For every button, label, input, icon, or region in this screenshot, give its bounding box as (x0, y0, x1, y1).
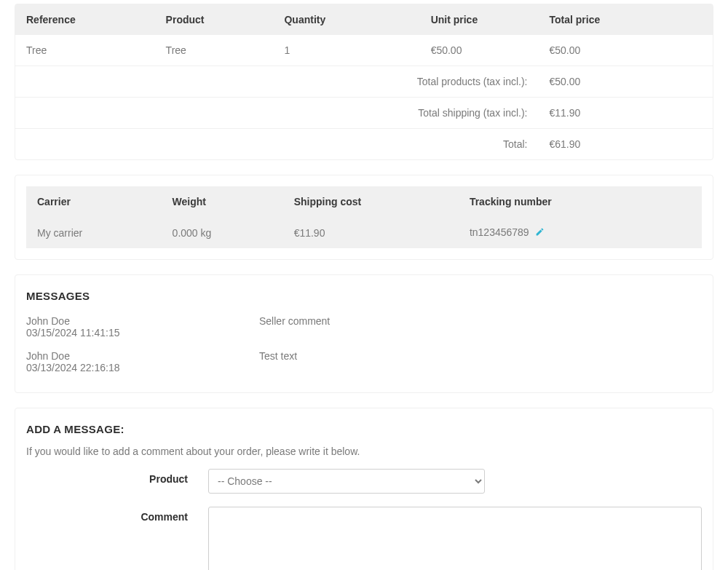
summary-label: Total products (tax incl.): (15, 66, 538, 98)
summary-value: €61.90 (538, 129, 713, 160)
table-row: Tree Tree 1 €50.00 €50.00 (15, 35, 713, 66)
add-message-hint: If you would like to add a comment about… (26, 443, 702, 469)
th-product: Product (155, 4, 274, 35)
message-text: Test text (259, 350, 702, 373)
pencil-icon[interactable] (535, 227, 545, 239)
th-reference: Reference (15, 4, 155, 35)
comment-label: Comment (26, 507, 208, 523)
summary-row-products: Total products (tax incl.): €50.00 (15, 66, 713, 98)
cell-product: Tree (155, 35, 274, 66)
add-message-card: ADD A MESSAGE: If you would like to add … (15, 408, 713, 570)
shipping-table: Carrier Weight Shipping cost Tracking nu… (26, 186, 702, 248)
products-table: Reference Product Quantity Unit price To… (15, 4, 713, 159)
summary-label: Total: (15, 129, 538, 160)
th-tracking: Tracking number (459, 186, 702, 217)
message-timestamp: 03/13/2024 22:16:18 (26, 362, 259, 373)
shipping-card: Carrier Weight Shipping cost Tracking nu… (15, 175, 713, 260)
cell-shipping-cost: €11.90 (283, 217, 459, 248)
message-author: John Doe (26, 350, 259, 362)
message-item: John Doe 03/15/2024 11:41:15 Seller comm… (26, 309, 702, 344)
th-quantity: Quantity (273, 4, 419, 35)
summary-value: €50.00 (538, 66, 713, 98)
summary-label: Total shipping (tax incl.): (15, 98, 538, 129)
table-row: My carrier 0.000 kg €11.90 tn123456789 (26, 217, 702, 248)
comment-textarea[interactable] (208, 507, 702, 570)
th-shipping-cost: Shipping cost (283, 186, 459, 217)
order-products-card: Reference Product Quantity Unit price To… (15, 4, 713, 160)
form-row-product: Product -- Choose -- (26, 469, 702, 494)
product-select[interactable]: -- Choose -- (208, 469, 485, 494)
th-carrier: Carrier (26, 186, 162, 217)
cell-total-price: €50.00 (538, 35, 713, 66)
message-timestamp: 03/15/2024 11:41:15 (26, 327, 259, 339)
cell-tracking: tn123456789 (459, 217, 702, 248)
th-weight: Weight (162, 186, 283, 217)
form-row-comment: Comment (26, 507, 702, 570)
cell-carrier: My carrier (26, 217, 162, 248)
message-item: John Doe 03/13/2024 22:16:18 Test text (26, 344, 702, 379)
th-total-price: Total price (538, 4, 713, 35)
th-unit-price: Unit price (420, 4, 539, 35)
cell-quantity: 1 (273, 35, 419, 66)
messages-card: MESSAGES John Doe 03/15/2024 11:41:15 Se… (15, 274, 713, 393)
summary-row-total: Total: €61.90 (15, 129, 713, 160)
cell-reference: Tree (15, 35, 155, 66)
messages-title: MESSAGES (26, 278, 702, 309)
message-text: Seller comment (259, 315, 702, 339)
product-label: Product (26, 469, 208, 485)
summary-value: €11.90 (538, 98, 713, 129)
tracking-number[interactable]: tn123456789 (470, 226, 529, 238)
summary-row-shipping: Total shipping (tax incl.): €11.90 (15, 98, 713, 129)
cell-weight: 0.000 kg (162, 217, 283, 248)
message-author: John Doe (26, 315, 259, 327)
cell-unit-price: €50.00 (420, 35, 539, 66)
add-message-title: ADD A MESSAGE: (26, 411, 702, 443)
